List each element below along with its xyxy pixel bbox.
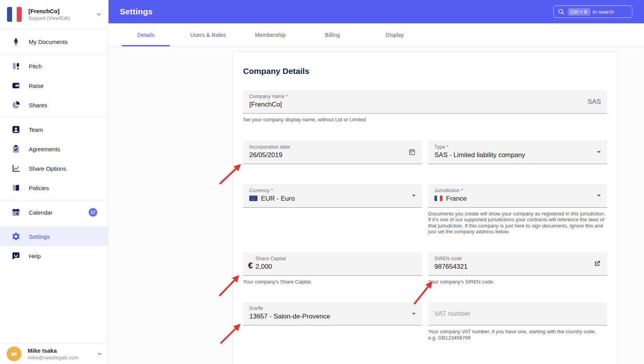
field-label: Greffe: [249, 306, 416, 311]
sidebar-item-settings[interactable]: Settings: [0, 227, 108, 246]
field-value: France: [434, 195, 601, 203]
tab-details[interactable]: Details: [115, 23, 177, 46]
tab-display[interactable]: Display: [364, 23, 426, 46]
tab-label: Billing: [325, 32, 340, 38]
field-helper: Documents you create will show your comp…: [428, 211, 606, 235]
field-value: [FrenchCo]: [249, 101, 601, 108]
tab-label: Display: [385, 32, 404, 38]
field-label: Incorporation date: [249, 144, 416, 150]
content-area: Company Details Company name * [FrenchCo…: [108, 46, 644, 364]
line-chart-icon: [11, 164, 21, 173]
sidebar-nav: My Documents Pitch Raise Shares Team Agr…: [0, 29, 108, 266]
field-value: 13657 - Salon-de-Provence: [249, 313, 416, 320]
company-switcher[interactable]: [FrenchCo] Support (View/Edit): [0, 0, 108, 29]
type-select[interactable]: Type * SAS - Limited liability company: [428, 141, 607, 164]
french-flag-logo: [7, 7, 22, 22]
sidebar-item-label: Settings: [29, 233, 50, 240]
caret-down-icon: [597, 195, 601, 197]
sidebar-item-label: Shares: [29, 102, 47, 108]
caret-down-icon: [412, 195, 416, 197]
tab-membership[interactable]: Membership: [239, 23, 301, 46]
divider: [0, 54, 108, 54]
page-title: Settings: [120, 7, 152, 16]
sidebar-item-raise[interactable]: Raise: [0, 76, 108, 95]
form-row: € Share Capital 2,000 Your company's Sha…: [243, 252, 607, 285]
user-meta: Mike Isaka mike@seedlegals.com: [28, 347, 96, 360]
caret-down-icon: [412, 313, 416, 315]
company-details-card: Company Details Company name * [FrenchCo…: [233, 51, 618, 364]
user-email: mike@seedlegals.com: [28, 355, 96, 360]
incorporation-date-block: Incorporation date 26/05/2019: [243, 141, 422, 164]
currency-select[interactable]: Currency * EUR - Euro: [243, 184, 422, 208]
greffe-select[interactable]: Greffe 13657 - Salon-de-Provence: [243, 302, 422, 326]
person-badge-icon: [11, 125, 21, 134]
field-value: EUR - Euro: [249, 195, 416, 203]
euro-symbol: €: [248, 261, 253, 271]
eu-flag-icon: [249, 196, 257, 201]
search-icon: [558, 8, 565, 15]
search-input[interactable]: Ctrl + K to search: [553, 5, 632, 18]
divider: [0, 200, 108, 200]
share-capital-field[interactable]: € Share Capital 2,000: [243, 252, 422, 276]
sidebar-item-policies[interactable]: Policies: [0, 178, 108, 198]
search-shortcut-badge: Ctrl + K: [568, 8, 590, 16]
sidebar-item-help[interactable]: Help: [0, 246, 108, 266]
gear-icon: [11, 232, 21, 241]
type-block: Type * SAS - Limited liability company: [428, 141, 607, 164]
field-label: Type *: [434, 144, 601, 150]
vat-block: Your company VAT number, if you have one…: [428, 302, 607, 341]
siren-code-field[interactable]: SIREN code 987654321: [428, 252, 607, 276]
form-row: Greffe 13657 - Salon-de-Provence Your co…: [243, 302, 607, 341]
field-label: Share Capital: [256, 256, 416, 261]
main-area: Settings Ctrl + K to search Details User…: [108, 0, 644, 364]
sidebar-item-label: Calendar: [29, 209, 52, 216]
open-book-icon: [11, 183, 21, 192]
currency-block: Currency * EUR - Euro: [243, 184, 422, 208]
sidebar-item-agreements[interactable]: Agreements: [0, 139, 108, 159]
greffe-block: Greffe 13657 - Salon-de-Provence: [243, 302, 422, 326]
tab-label: Users & Roles: [190, 32, 226, 38]
clipboard-check-icon: [11, 144, 21, 154]
company-name-field[interactable]: Company name * [FrenchCo] SAS: [243, 90, 607, 114]
tab-label: Details: [137, 32, 154, 38]
user-name: Mike Isaka: [28, 347, 96, 354]
tab-bar: Details Users & Roles Membership Billing…: [108, 23, 644, 46]
company-switcher-name: [FrenchCo]: [28, 8, 96, 14]
vat-number-field[interactable]: [428, 302, 607, 326]
sidebar-item-my-documents[interactable]: My Documents: [0, 32, 108, 51]
external-link-icon[interactable]: [593, 260, 601, 268]
sidebar-item-share-options[interactable]: Share Options: [0, 159, 108, 178]
sidebar-item-pitch[interactable]: Pitch: [0, 56, 108, 76]
form-row: Currency * EUR - Euro Jurisdiction * Fra…: [243, 184, 607, 235]
siren-block: SIREN code 987654321 Your company's SIRE…: [428, 252, 607, 285]
vat-number-input[interactable]: [434, 310, 601, 318]
jurisdiction-select[interactable]: Jurisdiction * France: [428, 184, 607, 208]
tab-billing[interactable]: Billing: [301, 23, 364, 46]
field-label: SIREN code: [434, 256, 601, 261]
sidebar-item-label: Help: [29, 253, 41, 259]
sidebar-item-label: My Documents: [29, 38, 68, 45]
calendar-badge: 17: [89, 208, 97, 217]
calendar-picker-icon[interactable]: [408, 149, 416, 156]
france-flag-icon: [434, 196, 443, 201]
field-helper: Your company's Share Capital.: [243, 279, 420, 285]
jurisdiction-block: Jurisdiction * France Documents you crea…: [428, 184, 607, 235]
share-capital-block: € Share Capital 2,000 Your company's Sha…: [243, 252, 422, 285]
field-helper: Your company's SIREN code.: [428, 279, 606, 285]
user-menu[interactable]: MI Mike Isaka mike@seedlegals.com: [0, 343, 108, 364]
company-type-suffix: SAS: [588, 98, 601, 106]
form-row: Incorporation date 26/05/2019 Type * SAS…: [243, 141, 607, 164]
avatar: MI: [7, 346, 21, 361]
sidebar-item-team[interactable]: Team: [0, 120, 108, 139]
sidebar-item-shares[interactable]: Shares: [0, 95, 108, 115]
sidebar-item-label: Policies: [29, 185, 49, 191]
sidebar-item-calendar[interactable]: Calendar 17: [0, 203, 108, 222]
field-helper: Set your company display name, without L…: [243, 117, 420, 123]
tab-users-roles[interactable]: Users & Roles: [177, 23, 239, 46]
pen-icon: [11, 37, 21, 46]
company-switcher-meta: [FrenchCo] Support (View/Edit): [28, 8, 96, 21]
sidebar-item-label: Raise: [29, 82, 44, 89]
wallet-icon: [11, 81, 21, 90]
sidebar-item-label: Share Options: [29, 165, 66, 172]
incorporation-date-field[interactable]: Incorporation date 26/05/2019: [243, 141, 422, 164]
